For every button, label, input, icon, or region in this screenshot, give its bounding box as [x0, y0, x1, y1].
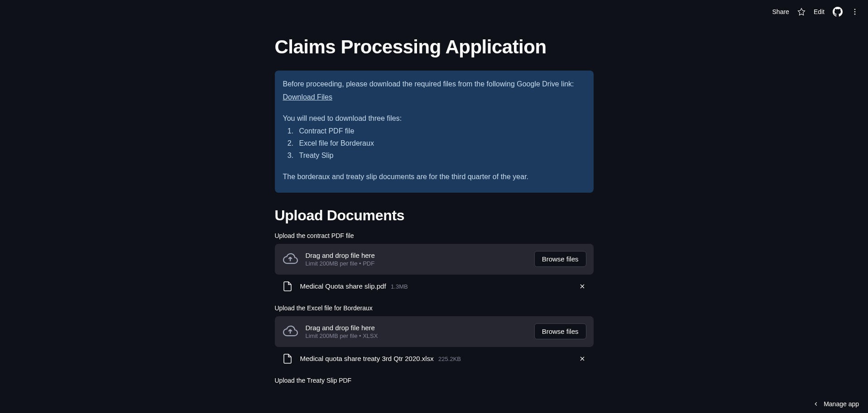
share-button[interactable]: Share: [772, 8, 789, 15]
manage-app-button[interactable]: Manage app: [813, 400, 859, 408]
remove-file-button[interactable]: [578, 355, 586, 363]
dropzone-borderaux[interactable]: Drag and drop file here Limit 200MB per …: [275, 316, 594, 347]
list-item: Contract PDF file: [296, 126, 585, 137]
file-size: 225.2KB: [438, 356, 461, 362]
chevron-left-icon: [813, 401, 819, 407]
file-name: Medical Quota share slip.pdf: [300, 282, 386, 290]
file-icon: [282, 353, 293, 364]
download-files-link[interactable]: Download Files: [283, 93, 332, 101]
page-title: Claims Processing Application: [275, 36, 594, 58]
file-size: 1.3MB: [391, 283, 408, 290]
info-box: Before proceeding, please download the r…: [275, 71, 594, 193]
info-file-list: Contract PDF file Excel file for Bordera…: [283, 126, 585, 161]
upload-label: Upload the Treaty Slip PDF: [275, 377, 594, 384]
cloud-upload-icon: [282, 323, 298, 340]
svg-point-1: [854, 11, 856, 13]
star-icon[interactable]: [797, 8, 806, 16]
dropzone-contract[interactable]: Drag and drop file here Limit 200MB per …: [275, 244, 594, 275]
upload-label: Upload the Excel file for Borderaux: [275, 304, 594, 312]
cloud-upload-icon: [282, 251, 298, 267]
drop-sub-text: Limit 200MB per file • PDF: [306, 260, 527, 267]
uploaded-file-row: Medical Quota share slip.pdf 1.3MB: [275, 276, 594, 296]
info-footer-text: The borderaux and treaty slip documents …: [283, 171, 585, 183]
browse-files-button[interactable]: Browse files: [534, 251, 586, 267]
svg-point-0: [854, 9, 856, 10]
manage-app-label: Manage app: [824, 400, 859, 408]
upload-section-borderaux: Upload the Excel file for Borderaux Drag…: [275, 304, 594, 369]
upload-label: Upload the contract PDF file: [275, 232, 594, 239]
svg-point-2: [854, 14, 856, 15]
uploaded-file-row: Medical quota share treaty 3rd Qtr 2020.…: [275, 349, 594, 369]
browse-files-button[interactable]: Browse files: [534, 323, 586, 339]
upload-section-treaty: Upload the Treaty Slip PDF: [275, 377, 594, 384]
file-icon: [282, 281, 293, 292]
edit-button[interactable]: Edit: [814, 8, 825, 15]
upload-documents-header: Upload Documents: [275, 207, 594, 224]
info-intro: Before proceeding, please download the r…: [283, 79, 585, 90]
info-need-text: You will need to download three files:: [283, 113, 585, 124]
upload-section-contract: Upload the contract PDF file Drag and dr…: [275, 232, 594, 296]
remove-file-button[interactable]: [578, 282, 586, 290]
drop-main-text: Drag and drop file here: [306, 252, 527, 259]
drop-main-text: Drag and drop file here: [306, 324, 527, 332]
file-name: Medical quota share treaty 3rd Qtr 2020.…: [300, 355, 434, 362]
top-toolbar: Share Edit: [772, 7, 859, 17]
list-item: Excel file for Borderaux: [296, 138, 585, 149]
list-item: Treaty Slip: [296, 150, 585, 161]
github-icon[interactable]: [833, 7, 843, 17]
more-menu-icon[interactable]: [851, 8, 859, 16]
main-content: Claims Processing Application Before pro…: [275, 0, 594, 392]
drop-sub-text: Limit 200MB per file • XLSX: [306, 332, 527, 339]
